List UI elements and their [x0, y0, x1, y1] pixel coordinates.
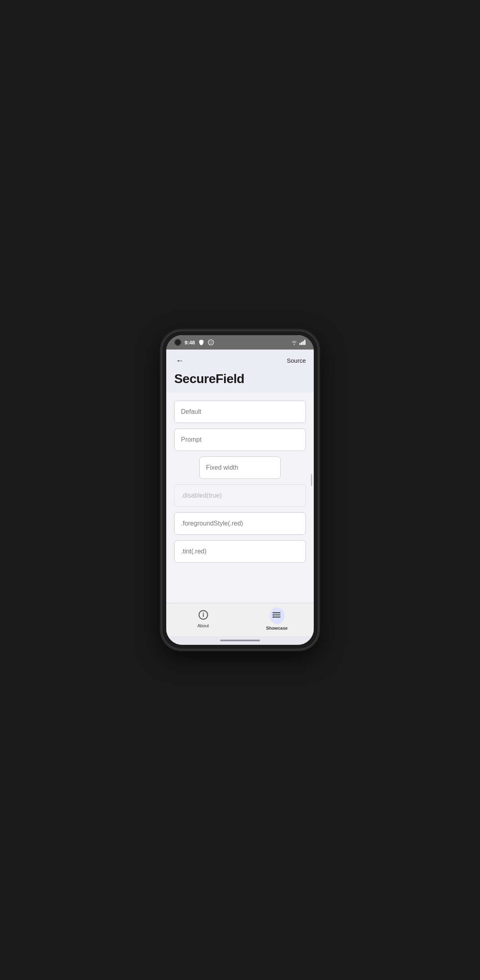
- default-secure-field[interactable]: [174, 401, 306, 423]
- showcase-tab-icon-bg: [270, 607, 285, 624]
- phone-frame: 9:48: [162, 331, 318, 649]
- tab-showcase[interactable]: Showcase: [240, 603, 314, 632]
- app-content: ← Source SecureField: [166, 350, 314, 645]
- foreground-red-secure-field[interactable]: [174, 512, 306, 535]
- status-bar: 9:48: [166, 335, 314, 350]
- source-label: Source: [287, 357, 306, 364]
- phone-screen: 9:48: [166, 335, 314, 645]
- svg-point-1: [210, 342, 210, 342]
- svg-point-14: [272, 614, 273, 615]
- header-nav: ← Source: [174, 354, 306, 367]
- status-time: 9:48: [185, 340, 195, 346]
- prompt-secure-field[interactable]: [174, 429, 306, 451]
- svg-point-2: [211, 342, 212, 342]
- status-left: 9:48: [174, 339, 214, 346]
- page-title: SecureField: [174, 371, 306, 386]
- tab-bar: About Showcase: [166, 603, 314, 636]
- tab-about[interactable]: About: [166, 603, 240, 632]
- wifi-icon: [291, 340, 298, 345]
- main-scroll[interactable]: [166, 393, 314, 603]
- signal-icon: [299, 340, 306, 345]
- app-header: ← Source SecureField: [166, 350, 314, 393]
- svg-point-15: [272, 616, 273, 618]
- svg-rect-3: [299, 343, 301, 345]
- disabled-secure-field: [174, 484, 306, 507]
- status-right: [291, 340, 306, 345]
- home-indicator: [166, 636, 314, 645]
- about-tab-label: About: [197, 623, 209, 628]
- back-arrow-icon: ←: [176, 356, 184, 365]
- svg-rect-4: [301, 342, 302, 345]
- info-circle-icon: [198, 610, 209, 620]
- svg-point-0: [208, 340, 213, 345]
- showcase-tab-label: Showcase: [266, 626, 288, 630]
- back-button[interactable]: ←: [174, 354, 185, 367]
- shield-icon: [198, 339, 205, 346]
- source-button[interactable]: Source: [287, 357, 306, 364]
- scroll-indicator: [311, 474, 312, 486]
- camera-icon: [174, 339, 181, 346]
- fixed-width-wrapper: [174, 456, 306, 479]
- svg-rect-5: [303, 341, 304, 345]
- fixed-width-secure-field[interactable]: [199, 456, 281, 479]
- svg-rect-6: [304, 340, 305, 345]
- svg-point-13: [272, 612, 273, 613]
- home-bar: [220, 640, 260, 641]
- face-icon: [208, 339, 214, 346]
- list-icon: [272, 610, 282, 620]
- tint-red-secure-field[interactable]: [174, 540, 306, 563]
- about-tab-icon-container: [198, 610, 209, 622]
